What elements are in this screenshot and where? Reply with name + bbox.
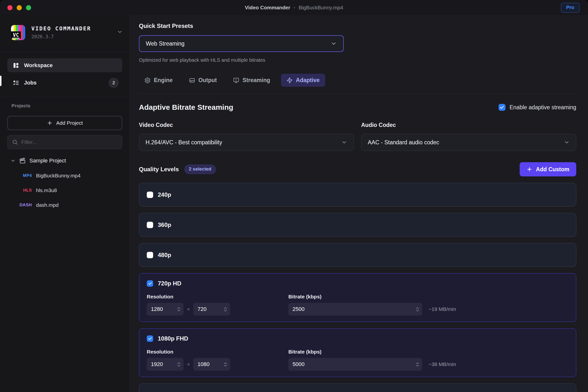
sidebar-item-workspace[interactable]: Workspace [7, 58, 122, 72]
jobs-checklist-icon [13, 80, 19, 86]
quality-row-360p[interactable]: 360p [139, 213, 576, 237]
sidebar-item-label: Jobs [24, 80, 36, 86]
sidebar-item-jobs[interactable]: Jobs 2 [7, 76, 122, 90]
stepper-arrows-icon[interactable] [224, 307, 227, 312]
main-content: Quick Start Presets Web Streaming Optimi… [130, 15, 588, 392]
audio-codec-select[interactable]: AAC - Standard audio codec [361, 134, 576, 151]
search-icon [12, 139, 18, 145]
enable-adaptive-label: Enable adaptive streaming [510, 104, 576, 111]
quality-level-label: 1080p FHD [158, 335, 188, 342]
project-name: Sample Project [30, 158, 66, 164]
tab-streaming[interactable]: Streaming [228, 74, 276, 87]
file-name: BigBuckBunny.mp4 [36, 173, 80, 178]
height-stepper[interactable] [193, 358, 230, 371]
app-name: VIDEO COMMANDER [31, 26, 91, 32]
preset-select-value: Web Streaming [146, 40, 330, 47]
tab-label: Output [198, 77, 217, 84]
sidebar-item-label: Workspace [24, 62, 53, 68]
projects-label: Projects [7, 103, 122, 108]
quality-levels-heading: Quality Levels [139, 166, 179, 173]
add-custom-button[interactable]: Add Custom [520, 162, 576, 176]
sidebar-header[interactable]: VC VIDEO COMMANDER 2026.3.7 [0, 15, 130, 52]
add-custom-label: Add Custom [536, 166, 570, 173]
tab-label: Adaptive [296, 77, 320, 84]
active-nav-indicator [0, 76, 2, 86]
tabs-divider [139, 94, 576, 94]
height-input[interactable] [198, 361, 224, 368]
project-tree: Sample Project MP4 BigBuckBunny.mp4 HLS … [0, 149, 130, 212]
selected-count-badge: 2 selected [184, 164, 216, 174]
window-title: Video Commander•BigBuckBunny.mp4 [0, 5, 588, 10]
enable-adaptive-checkbox[interactable] [498, 104, 506, 111]
stepper-arrows-icon[interactable] [416, 362, 419, 367]
width-stepper[interactable] [147, 358, 184, 371]
enable-adaptive-toggle[interactable]: Enable adaptive streaming [498, 104, 576, 111]
add-project-button[interactable]: Add Project [7, 116, 122, 130]
chevron-down-icon[interactable] [117, 29, 123, 35]
quality-row-480p[interactable]: 480p [139, 243, 576, 267]
tab-adaptive[interactable]: Adaptive [281, 74, 325, 87]
projects-section: Projects Add Project [0, 96, 130, 149]
width-input[interactable] [151, 361, 177, 368]
file-item[interactable]: DASH dash.mpd [10, 198, 122, 212]
quality-level-label: 240p [158, 191, 171, 198]
resolution-label: Resolution [147, 294, 288, 300]
tab-label: Streaming [242, 77, 270, 84]
file-type-badge: MP4 [10, 173, 32, 178]
preset-select[interactable]: Web Streaming [139, 35, 344, 52]
sidebar: VC VIDEO COMMANDER 2026.3.7 Workspace [0, 15, 130, 392]
quality-checkbox[interactable] [147, 280, 153, 287]
quality-checkbox[interactable] [147, 336, 153, 342]
quality-row-1440p[interactable]: 1440p QHD [139, 384, 576, 392]
sidebar-nav: Workspace Jobs 2 [0, 52, 130, 90]
quality-checkbox[interactable] [147, 252, 153, 258]
width-input[interactable] [151, 306, 177, 312]
app-window: Video Commander•BigBuckBunny.mp4 Pro VC … [0, 0, 588, 392]
bitrate-input[interactable] [292, 306, 416, 312]
project-tree-header[interactable]: Sample Project [10, 158, 122, 164]
app-version: 2026.3.7 [31, 34, 91, 39]
bitrate-label: Bitrate (kbps) [288, 294, 456, 300]
bitrate-stepper[interactable] [288, 358, 422, 371]
bitrate-label: Bitrate (kbps) [288, 349, 456, 355]
file-item[interactable]: HLS hls.m3u8 [10, 183, 122, 198]
title-bar: Video Commander•BigBuckBunny.mp4 Pro [0, 0, 588, 15]
plus-icon [47, 120, 53, 126]
filter-input[interactable] [21, 139, 118, 145]
chevron-down-icon [10, 158, 16, 164]
tab-engine[interactable]: Engine [139, 74, 178, 87]
quality-checkbox[interactable] [147, 222, 153, 228]
monitor-play-icon [233, 77, 239, 84]
video-codec-value: H.264/AVC - Best compatibility [146, 139, 341, 146]
quality-row-240p[interactable]: 240p [139, 183, 576, 206]
quality-checkbox[interactable] [147, 192, 153, 198]
preset-help-text: Optimized for web playback with HLS and … [139, 57, 576, 63]
tab-output[interactable]: Output [184, 74, 222, 87]
clapperboard-icon [19, 158, 26, 164]
width-stepper[interactable] [147, 303, 184, 316]
stepper-arrows-icon[interactable] [416, 307, 419, 312]
bitrate-stepper[interactable] [288, 303, 422, 316]
size-estimate: ~38 MB/min [428, 362, 456, 367]
stepper-arrows-icon[interactable] [177, 362, 180, 367]
file-item[interactable]: MP4 BigBuckBunny.mp4 [10, 168, 122, 183]
project-files: MP4 BigBuckBunny.mp4 HLS hls.m3u8 DASH d… [10, 168, 122, 212]
tab-label: Engine [154, 77, 173, 84]
video-codec-field: Video Codec H.264/AVC - Best compatibili… [139, 122, 354, 151]
height-input[interactable] [198, 306, 224, 312]
bitrate-input[interactable] [292, 361, 416, 368]
audio-codec-label: Audio Codec [361, 122, 576, 128]
zap-icon [286, 77, 293, 84]
quality-levels-list: 240p 360p 480p 720p HD Res [139, 183, 576, 392]
logo-vc-text: VC [11, 31, 21, 39]
stepper-arrows-icon[interactable] [224, 362, 227, 367]
add-project-label: Add Project [56, 120, 83, 126]
settings-tabs: Engine Output Streaming Adaptive [139, 74, 576, 87]
filter-input-box[interactable] [7, 135, 122, 149]
chevron-down-icon [564, 140, 570, 145]
quality-row-1080p[interactable]: 1080p FHD Resolution [139, 328, 576, 377]
height-stepper[interactable] [193, 303, 230, 316]
stepper-arrows-icon[interactable] [177, 307, 180, 312]
quality-row-720p[interactable]: 720p HD Resolution [139, 273, 576, 322]
video-codec-select[interactable]: H.264/AVC - Best compatibility [139, 134, 354, 151]
